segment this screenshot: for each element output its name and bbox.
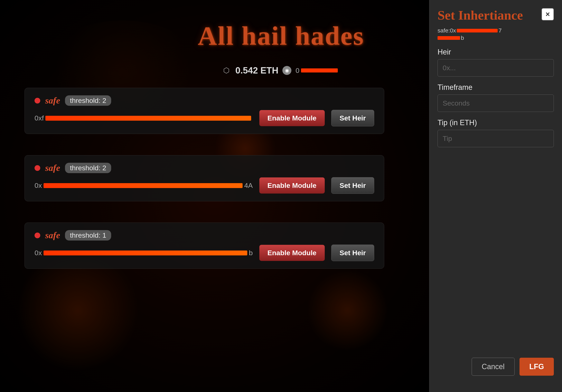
enable-module-btn-1[interactable]: Enable Module xyxy=(259,110,325,126)
safe-address-line2: b xyxy=(438,35,554,41)
safe-addr-suffix: 7 xyxy=(498,27,502,34)
safe-dot-2 xyxy=(35,165,40,171)
safe-card-3: safe threshold: 1 0x b Enable Module Set… xyxy=(24,223,384,269)
safe-card-2-body: 0x 4A Enable Module Set Heir xyxy=(35,177,374,194)
addr-bar-3 xyxy=(44,250,247,255)
safe-dot-1 xyxy=(35,98,40,103)
threshold-badge-1: threshold: 2 xyxy=(65,95,111,106)
safe-label-2: safe xyxy=(45,163,60,173)
addr-bar-2 xyxy=(44,183,243,188)
tip-label: Tip (in ETH) xyxy=(438,118,554,127)
enable-module-btn-3[interactable]: Enable Module xyxy=(259,245,325,261)
heir-label: Heir xyxy=(438,48,554,56)
safe-card-1-header: safe threshold: 2 xyxy=(35,95,374,106)
heir-input[interactable] xyxy=(438,59,554,77)
address-bar-1: 0xf xyxy=(35,114,253,122)
safe-addr-bar2 xyxy=(438,36,460,40)
token-bar xyxy=(301,68,338,72)
right-panel: Set Inhertiance × safe:0x 7 b Heir Timef… xyxy=(429,0,562,392)
safe-card-3-header: safe threshold: 1 xyxy=(35,230,374,241)
safe-addr-prefix: safe:0x xyxy=(438,27,456,34)
safe-card-3-body: 0x b Enable Module Set Heir xyxy=(35,245,374,261)
safe-addr-bar xyxy=(457,29,498,33)
address-bar-3: 0x b xyxy=(35,249,253,257)
set-heir-btn-3[interactable]: Set Heir xyxy=(331,245,375,261)
safe-card-1-body: 0xf Enable Module Set Heir xyxy=(35,110,374,126)
tip-input[interactable] xyxy=(438,130,554,147)
safe-label-3: safe xyxy=(45,230,60,241)
timeframe-input[interactable] xyxy=(438,95,554,112)
balance-row: ⬡ 0.542 ETH ◉ 0 xyxy=(222,65,340,76)
panel-title: Set Inhertiance xyxy=(438,8,523,22)
safe-label-1: safe xyxy=(45,95,60,106)
timeframe-label: Timeframe xyxy=(438,83,554,92)
eth-icon: ⬡ xyxy=(222,66,231,75)
threshold-badge-2: threshold: 2 xyxy=(65,163,111,173)
addr-bar-1 xyxy=(45,116,251,121)
safe-addr2-suffix: b xyxy=(461,35,464,41)
close-button[interactable]: × xyxy=(542,8,554,20)
cancel-button[interactable]: Cancel xyxy=(472,358,515,376)
safe-card-2: safe threshold: 2 0x 4A Enable Module Se… xyxy=(24,155,384,201)
addr-prefix-1: 0xf xyxy=(35,114,44,122)
safe-address-display: safe:0x 7 xyxy=(438,27,554,34)
panel-header: Set Inhertiance × xyxy=(438,8,554,22)
set-heir-btn-1[interactable]: Set Heir xyxy=(331,110,375,126)
token-value: 0 xyxy=(295,67,299,75)
threshold-badge-3: threshold: 1 xyxy=(65,230,111,241)
address-bar-2: 0x 4A xyxy=(35,181,253,190)
addr-suffix-2: 4A xyxy=(244,181,253,190)
eth-amount: 0.542 ETH xyxy=(235,65,278,76)
page-title: All hail hades xyxy=(198,20,364,51)
footer-buttons: Cancel LFG xyxy=(438,358,554,384)
safe-dot-3 xyxy=(35,233,40,238)
enable-module-btn-2[interactable]: Enable Module xyxy=(259,178,325,193)
addr-prefix-2: 0x xyxy=(35,181,42,190)
addr-prefix-3: 0x xyxy=(35,249,42,257)
lfg-button[interactable]: LFG xyxy=(519,358,554,376)
token-icon: ◉ xyxy=(282,66,292,75)
set-heir-btn-2[interactable]: Set Heir xyxy=(331,177,375,194)
token-bar-wrap: 0 xyxy=(295,67,340,73)
safe-card-2-header: safe threshold: 2 xyxy=(35,163,374,173)
safe-card-1: safe threshold: 2 0xf Enable Module Set … xyxy=(24,88,384,134)
addr-suffix-3: b xyxy=(249,249,253,257)
